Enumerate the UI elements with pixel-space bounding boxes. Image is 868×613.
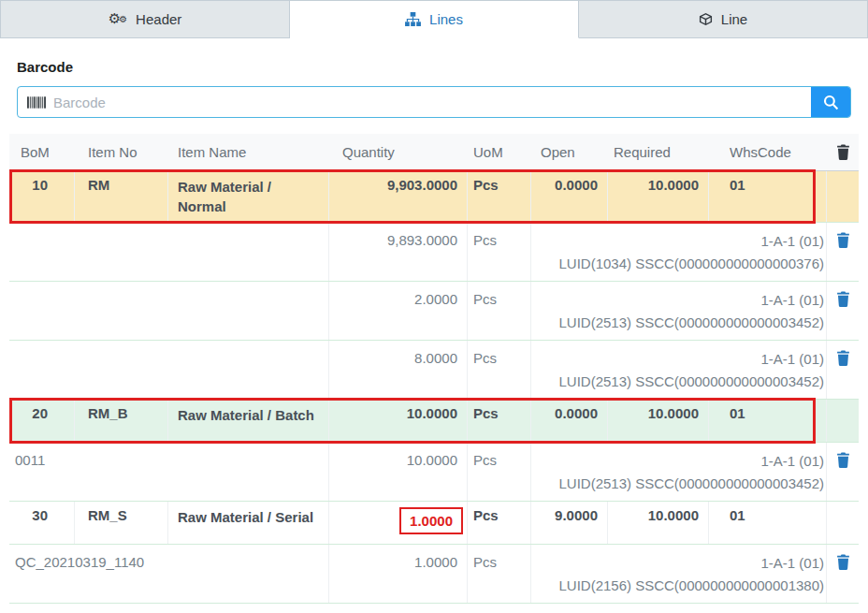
cube-icon	[699, 12, 713, 26]
cell-bin-luid: 1-A-1 (01) LUID(2156) SSCC(0000000000000…	[531, 545, 827, 603]
table-row[interactable]: 10 RM Raw Material / Normal 9,903.0000 P…	[9, 171, 859, 223]
table-subrow: 8.0000 Pcs 1-A-1 (01) LUID(2513) SSCC(00…	[9, 341, 859, 400]
col-header-itemno: Item No	[75, 144, 168, 160]
table-row[interactable]: 20 RM_B Raw Material / Batch 10.0000 Pcs…	[9, 400, 859, 443]
cell-quantity: 1.0000	[329, 502, 468, 544]
delete-row-button[interactable]	[836, 291, 850, 307]
col-header-quantity: Quantity	[329, 144, 468, 160]
tab-line[interactable]: Line	[579, 1, 868, 37]
sitemap-icon	[405, 12, 421, 26]
barcode-search-button[interactable]	[811, 87, 850, 117]
cell-itemname: Raw Material / Batch	[168, 400, 329, 442]
table-header-row: BoM Item No Item Name Quantity UoM Open …	[9, 134, 859, 171]
cell-uom: Pcs	[468, 223, 531, 281]
trash-icon	[836, 296, 850, 310]
col-header-bom: BoM	[9, 144, 75, 160]
trash-icon	[836, 355, 850, 369]
cell-uom: Pcs	[468, 400, 531, 442]
barcode-input[interactable]	[53, 87, 811, 117]
bin-location: 1-A-1 (01)	[539, 289, 824, 312]
cell-bom: 30	[9, 502, 75, 544]
cell-uom: Pcs	[468, 171, 531, 222]
bin-location: 1-A-1 (01)	[539, 552, 824, 575]
cogs-icon: ⚙⚙	[108, 12, 127, 26]
cell-open: 0.0000	[531, 171, 608, 222]
quantity-alert: 1.0000	[399, 507, 463, 534]
cell-whscode: 01	[709, 400, 827, 442]
col-header-itemname: Item Name	[168, 144, 329, 160]
cell-quantity: 10.0000	[329, 443, 468, 501]
cell-itemno: RM_B	[75, 400, 168, 442]
table-row[interactable]: 30 RM_S Raw Material / Serial 1.0000 Pcs…	[9, 502, 859, 545]
table-subrow: 2.0000 Pcs 1-A-1 (01) LUID(2513) SSCC(00…	[9, 282, 859, 341]
bin-location: 1-A-1 (01)	[539, 450, 824, 473]
cell-bom: 20	[9, 400, 75, 442]
table-subrow: 9,893.0000 Pcs 1-A-1 (01) LUID(1034) SSC…	[9, 223, 859, 282]
col-header-required: Required	[608, 144, 709, 160]
col-header-open: Open	[531, 144, 608, 160]
delete-row-button[interactable]	[836, 350, 850, 366]
cell-bin-luid: 1-A-1 (01) LUID(2513) SSCC(0000000000000…	[531, 443, 827, 501]
cell-uom: Pcs	[468, 545, 531, 603]
cell-bin-luid: 1-A-1 (01) LUID(1034) SSCC(0000000000000…	[531, 223, 827, 281]
cell-itemno: RM_S	[75, 502, 168, 544]
cell-reference: 0011	[9, 443, 329, 501]
delete-row-button[interactable]	[836, 232, 850, 248]
col-header-uom: UoM	[468, 144, 531, 160]
cell-quantity: 1.0000	[329, 545, 468, 603]
cell-required: 10.0000	[608, 171, 709, 222]
tab-header[interactable]: ⚙⚙ Header	[0, 1, 290, 37]
search-icon	[823, 95, 839, 110]
delete-all-button[interactable]	[836, 144, 850, 160]
delete-row-button[interactable]	[836, 554, 850, 570]
trash-icon	[836, 144, 850, 160]
table-subrow: QC_20210319_1140 1.0000 Pcs 1-A-1 (01) L…	[9, 545, 859, 604]
luid-sscc: LUID(2513) SSCC(000000000000003452)	[539, 312, 824, 334]
cell-bin-luid: 1-A-1 (01) LUID(2513) SSCC(0000000000000…	[531, 341, 827, 399]
barcode-input-group	[17, 86, 851, 118]
bin-location: 1-A-1 (01)	[539, 230, 824, 253]
trash-icon	[836, 237, 850, 251]
cell-itemno: RM	[75, 171, 168, 222]
cell-open: 0.0000	[531, 400, 608, 442]
tab-bar: ⚙⚙ Header Lines Line	[0, 0, 868, 38]
cell-open: 9.0000	[531, 502, 608, 544]
cell-itemname: Raw Material / Serial	[168, 502, 329, 544]
cell-quantity: 2.0000	[329, 282, 468, 340]
luid-sscc: LUID(2513) SSCC(000000000000003452)	[539, 473, 824, 495]
cell-bin-luid: 1-A-1 (01) LUID(2513) SSCC(0000000000000…	[531, 282, 827, 340]
cell-uom: Pcs	[468, 502, 531, 544]
cell-uom: Pcs	[468, 341, 531, 399]
tab-lines[interactable]: Lines	[290, 1, 579, 38]
luid-sscc: LUID(2156) SSCC(000000000000001380)	[539, 575, 824, 597]
cell-actions	[827, 400, 859, 442]
delete-row-button[interactable]	[836, 452, 850, 468]
cell-quantity: 9,893.0000	[329, 223, 468, 281]
cell-reference	[9, 282, 329, 340]
table-subrow: 0011 10.0000 Pcs 1-A-1 (01) LUID(2513) S…	[9, 443, 859, 502]
cell-whscode: 01	[709, 502, 827, 544]
cell-itemname: Raw Material / Normal	[168, 171, 329, 222]
cell-quantity: 8.0000	[329, 341, 468, 399]
tab-label: Lines	[429, 11, 463, 27]
cell-actions	[827, 171, 859, 222]
cell-whscode: 01	[709, 171, 827, 222]
barcode-icon	[18, 87, 53, 117]
lines-table: BoM Item No Item Name Quantity UoM Open …	[9, 134, 859, 604]
col-header-whscode: WhsCode	[709, 144, 827, 160]
tab-label: Line	[721, 11, 747, 27]
cell-reference	[9, 223, 329, 281]
cell-actions	[827, 502, 859, 544]
cell-required: 10.0000	[608, 502, 709, 544]
tab-label: Header	[136, 11, 181, 27]
cell-required: 10.0000	[608, 400, 709, 442]
cell-quantity: 10.0000	[329, 400, 468, 442]
barcode-label: Barcode	[17, 59, 851, 75]
bin-location: 1-A-1 (01)	[539, 348, 824, 371]
luid-sscc: LUID(2513) SSCC(000000000000003452)	[539, 371, 824, 393]
cell-reference	[9, 341, 329, 399]
trash-icon	[836, 559, 850, 573]
trash-icon	[836, 457, 850, 471]
luid-sscc: LUID(1034) SSCC(000000000000000376)	[539, 253, 824, 275]
cell-uom: Pcs	[468, 282, 531, 340]
